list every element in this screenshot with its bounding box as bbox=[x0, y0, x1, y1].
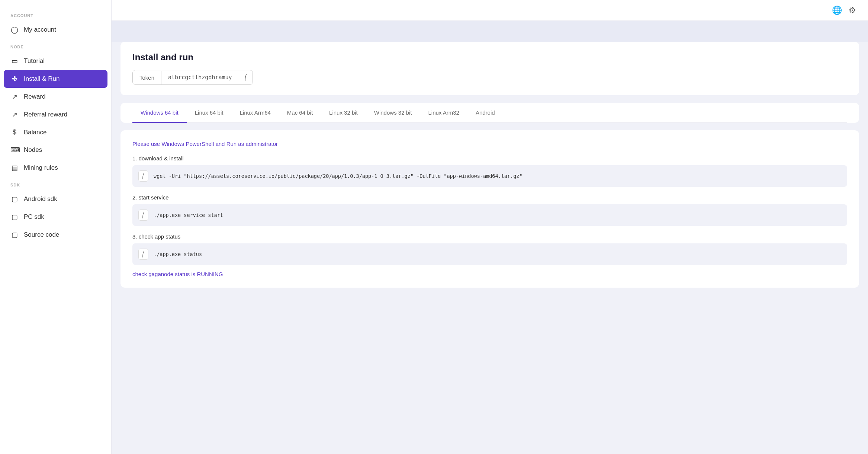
wrench-icon: ✤ bbox=[10, 75, 19, 83]
nodes-icon: ⌨ bbox=[10, 146, 19, 154]
tab-windows-64-bit[interactable]: Windows 64 bit bbox=[132, 103, 187, 123]
pc-sdk-icon: ▢ bbox=[10, 213, 19, 221]
token-row: Token albrcgctlhzgdhramuy ⎛ bbox=[132, 70, 253, 85]
referral-icon: ↗ bbox=[10, 111, 19, 119]
tab-mac-64-bit[interactable]: Mac 64 bit bbox=[279, 103, 321, 123]
tabs-card: Windows 64 bitLinux 64 bitLinux Arm64Mac… bbox=[120, 103, 859, 123]
install-card: Install and run Token albrcgctlhzgdhramu… bbox=[120, 42, 859, 95]
step2-command: ./app.exe service start bbox=[154, 212, 223, 218]
tab-android[interactable]: Android bbox=[467, 103, 503, 123]
tabs-row: Windows 64 bitLinux 64 bitLinux Arm64Mac… bbox=[132, 103, 847, 123]
card-title: Install and run bbox=[132, 52, 847, 63]
instructions-card: Please use Windows PowerShell and Run as… bbox=[120, 130, 859, 288]
copy-step3-button[interactable]: ⎛ bbox=[138, 249, 148, 260]
sidebar-item-referral-reward[interactable]: ↗ Referral reward bbox=[0, 106, 111, 124]
tab-windows-32-bit[interactable]: Windows 32 bit bbox=[366, 103, 420, 123]
step2-label: 2. start service bbox=[132, 194, 847, 201]
globe-icon[interactable]: 🌐 bbox=[832, 6, 842, 15]
copy-step1-button[interactable]: ⎛ bbox=[138, 170, 148, 182]
tab-linux-arm32[interactable]: Linux Arm32 bbox=[420, 103, 467, 123]
sidebar-item-android-sdk[interactable]: ▢ Android sdk bbox=[0, 190, 111, 208]
token-value: albrcgctlhzgdhramuy bbox=[161, 70, 239, 84]
step1-command: wget -Uri "https://assets.coreservice.io… bbox=[154, 173, 523, 179]
tutorial-icon: ▭ bbox=[10, 57, 19, 65]
sidebar-item-mining-rules[interactable]: ▤ Mining rules bbox=[0, 159, 111, 177]
sidebar-item-reward[interactable]: ↗ Reward bbox=[0, 88, 111, 106]
sidebar: ACCOUNT ◯ My account NODE ▭ Tutorial ✤ I… bbox=[0, 0, 112, 454]
person-icon: ◯ bbox=[10, 26, 19, 34]
tab-linux-32-bit[interactable]: Linux 32 bit bbox=[321, 103, 366, 123]
banner-strip bbox=[112, 21, 868, 42]
content-area: Install and run Token albrcgctlhzgdhramu… bbox=[112, 21, 868, 454]
tab-linux-arm64[interactable]: Linux Arm64 bbox=[231, 103, 279, 123]
sidebar-item-nodes[interactable]: ⌨ Nodes bbox=[0, 141, 111, 159]
source-code-icon: ▢ bbox=[10, 231, 19, 239]
mining-rules-icon: ▤ bbox=[10, 164, 19, 172]
sidebar-section-node: NODE bbox=[0, 39, 111, 52]
step3-command: ./app.exe status bbox=[154, 251, 202, 257]
sidebar-item-my-account[interactable]: ◯ My account bbox=[0, 21, 111, 39]
token-label: Token bbox=[133, 71, 161, 84]
step1-label: 1. download & install bbox=[132, 155, 847, 162]
status-link[interactable]: check gaganode status is RUNNING bbox=[132, 271, 847, 277]
tab-linux-64-bit[interactable]: Linux 64 bit bbox=[187, 103, 232, 123]
top-bar: 🌐 ⚙ bbox=[112, 0, 868, 21]
step3-label: 3. check app status bbox=[132, 233, 847, 240]
reward-icon: ↗ bbox=[10, 93, 19, 101]
sidebar-item-source-code[interactable]: ▢ Source code bbox=[0, 226, 111, 244]
step1-command-box: ⎛ wget -Uri "https://assets.coreservice.… bbox=[132, 165, 847, 187]
settings-icon[interactable]: ⚙ bbox=[849, 6, 856, 15]
step2-command-box: ⎛ ./app.exe service start bbox=[132, 204, 847, 226]
dollar-icon: $ bbox=[10, 128, 19, 136]
step3-command-box: ⎛ ./app.exe status bbox=[132, 243, 847, 265]
sidebar-section-sdk: SDK bbox=[0, 177, 111, 190]
android-sdk-icon: ▢ bbox=[10, 195, 19, 203]
copy-token-button[interactable]: ⎛ bbox=[239, 71, 253, 84]
copy-step2-button[interactable]: ⎛ bbox=[138, 210, 148, 221]
admin-notice[interactable]: Please use Windows PowerShell and Run as… bbox=[132, 141, 847, 147]
main-content: 🌐 ⚙ Install and run Token albrcgctlhzgdh… bbox=[112, 0, 868, 454]
sidebar-item-tutorial[interactable]: ▭ Tutorial bbox=[0, 52, 111, 70]
sidebar-section-account: ACCOUNT bbox=[0, 7, 111, 21]
sidebar-item-pc-sdk[interactable]: ▢ PC sdk bbox=[0, 208, 111, 226]
sidebar-item-balance[interactable]: $ Balance bbox=[0, 124, 111, 141]
sidebar-item-install-run[interactable]: ✤ Install & Run bbox=[4, 70, 107, 88]
